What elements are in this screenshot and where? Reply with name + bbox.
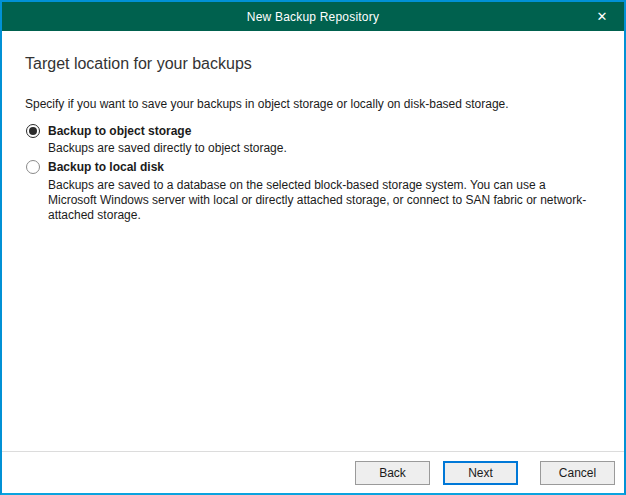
- dialog-title: New Backup Repository: [247, 10, 379, 24]
- back-button[interactable]: Back: [355, 461, 430, 485]
- intro-text: Specify if you want to save your backups…: [25, 97, 509, 111]
- radio-backup-to-object-storage[interactable]: [26, 124, 40, 138]
- next-button[interactable]: Next: [443, 461, 518, 485]
- footer-separator: [2, 451, 624, 452]
- radio-label-object-storage[interactable]: Backup to object storage: [48, 124, 191, 138]
- close-icon[interactable]: ✕: [580, 2, 624, 31]
- page-title: Target location for your backups: [25, 55, 252, 73]
- radio-description-object-storage: Backups are saved directly to object sto…: [48, 141, 596, 156]
- titlebar: New Backup Repository ✕: [2, 2, 624, 31]
- radio-backup-to-local-disk[interactable]: [26, 160, 40, 174]
- radio-label-local-disk[interactable]: Backup to local disk: [48, 160, 164, 174]
- new-backup-repository-dialog: New Backup Repository ✕ Target location …: [0, 0, 626, 495]
- radio-description-local-disk: Backups are saved to a database on the s…: [48, 178, 596, 223]
- cancel-button[interactable]: Cancel: [540, 461, 615, 485]
